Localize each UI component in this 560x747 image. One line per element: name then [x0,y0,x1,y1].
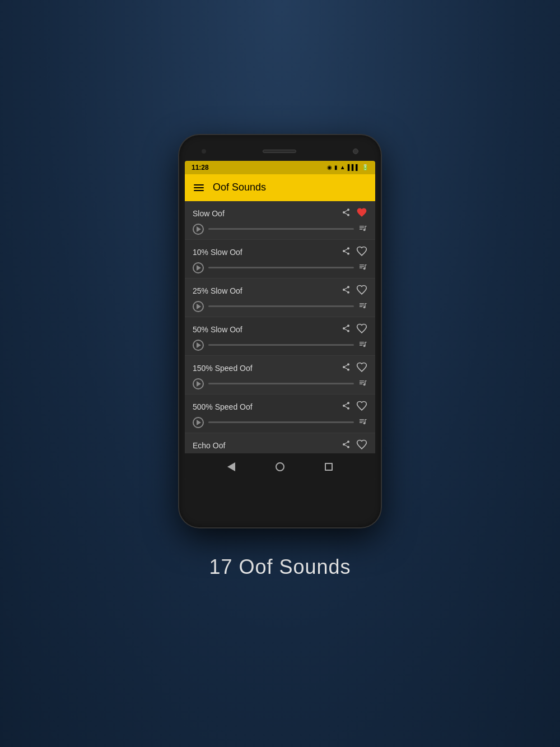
list-item: 10% Slow Oof [185,240,375,279]
progress-bar[interactable] [208,421,354,423]
phone-screen: 11:28 ◉ ▮ ▲ ▌▌▌ 🔋 [185,161,375,480]
list-item: 50% Slow Oof [185,317,375,356]
progress-bar[interactable] [208,228,354,230]
sound-name: Slow Oof [193,209,225,218]
list-item: 500% Speed Oof [185,395,375,433]
sound-header: 50% Slow Oof [193,323,367,336]
sound-header: Slow Oof [193,207,367,220]
sound-actions [342,245,367,259]
sound-header: 10% Slow Oof [193,245,367,259]
sound-controls [193,378,367,389]
back-button[interactable] [220,456,242,478]
home-button[interactable] [269,456,291,478]
favorite-icon[interactable] [356,207,367,220]
sound-controls [193,301,367,312]
page-caption: 17 Oof Sounds [209,555,351,579]
sound-actions [342,284,367,298]
hamburger-line-3 [194,190,204,191]
status-icons: ◉ ▮ ▲ ▌▌▌ 🔋 [327,164,368,170]
progress-bar[interactable] [208,344,354,346]
phone-camera [353,149,358,154]
signal-icon: ▌▌▌ [348,164,360,170]
share-icon[interactable] [342,247,351,258]
queue-icon[interactable] [358,262,367,273]
share-icon[interactable] [342,363,351,374]
sound-actions [342,439,367,452]
sound-actions [342,400,367,414]
favorite-icon[interactable] [356,323,367,336]
share-icon[interactable] [342,324,351,335]
sound-actions [342,207,367,220]
list-item: Echo Oof [185,433,375,453]
favorite-icon[interactable] [356,400,367,414]
wifi-icon: ▲ [340,164,346,170]
favorite-icon[interactable] [356,439,367,452]
recents-button[interactable] [318,456,340,478]
share-icon[interactable] [342,285,351,296]
progress-bar[interactable] [208,383,354,384]
app-title: Oof Sounds [213,182,266,193]
play-button[interactable] [193,262,204,273]
favorite-icon[interactable] [356,245,367,259]
phone-nav-bar [185,453,375,480]
list-item: 150% Speed Oof [185,356,375,395]
play-button[interactable] [193,417,204,428]
favorite-icon[interactable] [356,361,367,375]
share-icon[interactable] [342,208,351,219]
recents-icon [325,463,333,471]
play-triangle-icon [197,342,201,348]
phone-wrapper: 11:28 ◉ ▮ ▲ ▌▌▌ 🔋 [179,135,381,579]
sound-name: 150% Speed Oof [193,364,253,373]
sound-name: 500% Speed Oof [193,402,253,411]
share-icon[interactable] [342,440,351,451]
hamburger-line-2 [194,187,204,188]
play-button[interactable] [193,224,204,235]
sound-list: Slow Oof [185,201,375,453]
phone-top-bezel [185,141,375,161]
sound-actions [342,323,367,336]
progress-bar[interactable] [208,267,354,268]
sound-header: 500% Speed Oof [193,400,367,414]
share-icon[interactable] [342,401,351,412]
sound-header: Echo Oof [193,439,367,452]
sound-actions [342,361,367,375]
sound-controls [193,262,367,273]
list-item: Slow Oof [185,201,375,240]
play-triangle-icon [197,304,201,309]
play-button[interactable] [193,340,204,351]
favorite-icon[interactable] [356,284,367,298]
sound-name: 10% Slow Oof [193,248,242,257]
phone-device: 11:28 ◉ ▮ ▲ ▌▌▌ 🔋 [179,135,381,527]
play-button[interactable] [193,301,204,312]
queue-icon[interactable] [358,378,367,389]
play-triangle-icon [197,420,201,425]
status-time: 11:28 [192,164,209,171]
sound-name: Echo Oof [193,441,225,450]
play-triangle-icon [197,381,201,387]
home-icon [276,462,284,471]
phone-speaker [263,150,296,153]
hamburger-line-1 [194,184,204,185]
battery-full-icon: 🔋 [362,164,368,170]
sound-controls [193,224,367,235]
location-icon: ◉ [327,164,332,170]
queue-icon[interactable] [358,340,367,350]
play-triangle-icon [197,265,201,271]
queue-icon[interactable] [358,301,367,312]
sound-name: 50% Slow Oof [193,325,242,334]
queue-icon[interactable] [358,417,367,428]
sound-header: 25% Slow Oof [193,284,367,298]
phone-bottom-bezel [185,480,375,500]
play-button[interactable] [193,378,204,389]
play-triangle-icon [197,226,201,232]
list-item: 25% Slow Oof [185,279,375,317]
sound-controls [193,417,367,428]
sound-header: 150% Speed Oof [193,361,367,375]
progress-bar[interactable] [208,305,354,307]
back-icon [227,462,235,471]
queue-icon[interactable] [358,224,367,234]
hamburger-menu-icon[interactable] [194,184,204,191]
app-bar: Oof Sounds [185,174,375,201]
sound-controls [193,340,367,351]
phone-sensor [202,149,206,154]
